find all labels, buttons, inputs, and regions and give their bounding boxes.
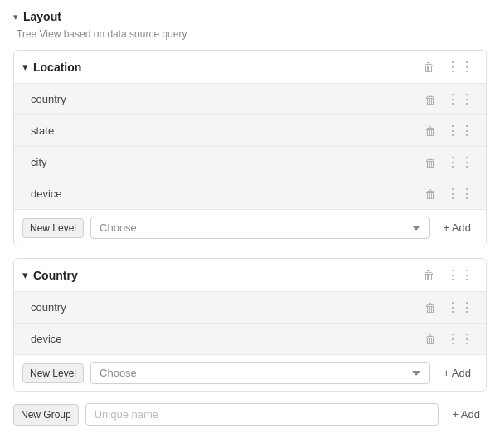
level-row-actions-state: 🗑 ⋮⋮ (421, 121, 478, 140)
device-1-trash-icon: 🗑 (425, 187, 436, 201)
new-group-row: New Group + Add (13, 403, 487, 426)
new-group-label: New Group (13, 404, 79, 426)
device-1-delete-button[interactable]: 🗑 (421, 186, 439, 202)
country-delete-button[interactable]: 🗑 (420, 267, 438, 284)
new-level-row-country: New Level Choose + Add (14, 354, 486, 391)
group-country-header-left: ▾ Country (22, 269, 78, 282)
level-label-city: city (31, 156, 421, 168)
city-trash-icon: 🗑 (425, 156, 436, 169)
state-drag-button[interactable]: ⋮⋮ (443, 121, 478, 140)
location-delete-button[interactable]: 🗑 (420, 59, 438, 75)
country-chevron[interactable]: ▾ (22, 269, 28, 281)
new-level-row-location: New Level Choose + Add (14, 209, 486, 246)
location-chevron[interactable]: ▾ (22, 61, 28, 73)
device-1-drag-icon: ⋮⋮ (446, 186, 474, 202)
location-drag-button[interactable]: ⋮⋮ (443, 57, 478, 76)
layout-title: Layout (23, 10, 61, 23)
device-2-trash-icon: 🗑 (425, 333, 436, 346)
country-2-drag-button[interactable]: ⋮⋮ (443, 298, 478, 317)
location-title: Location (33, 61, 81, 74)
location-trash-icon: 🗑 (423, 61, 434, 74)
country-1-trash-icon: 🗑 (425, 93, 436, 106)
level-row-device-1: device 🗑 ⋮⋮ (14, 178, 486, 209)
level-row-device-2: device 🗑 ⋮⋮ (14, 323, 486, 354)
device-2-delete-button[interactable]: 🗑 (421, 331, 439, 348)
level-label-state: state (31, 124, 421, 137)
country-drag-button[interactable]: ⋮⋮ (443, 265, 478, 285)
new-group-name-input[interactable] (85, 403, 439, 426)
level-label-device-1: device (31, 187, 421, 200)
country-1-drag-button[interactable]: ⋮⋮ (443, 90, 478, 109)
device-2-drag-icon: ⋮⋮ (446, 331, 474, 347)
level-row-actions-device-2: 🗑 ⋮⋮ (421, 329, 478, 348)
layout-chevron[interactable]: ▾ (13, 12, 18, 22)
group-location: ▾ Location 🗑 ⋮⋮ country 🗑 ⋮⋮ state (13, 50, 487, 246)
state-drag-icon: ⋮⋮ (446, 123, 474, 139)
group-location-header-left: ▾ Location (22, 61, 81, 74)
city-delete-button[interactable]: 🗑 (421, 154, 439, 171)
level-row-actions-city: 🗑 ⋮⋮ (421, 153, 478, 172)
country-2-trash-icon: 🗑 (425, 301, 436, 314)
group-country-header: ▾ Country 🗑 ⋮⋮ (14, 259, 486, 291)
new-level-label-country: New Level (22, 363, 84, 383)
level-row-state: state 🗑 ⋮⋮ (14, 114, 486, 146)
city-drag-icon: ⋮⋮ (446, 154, 474, 170)
country-2-drag-icon: ⋮⋮ (446, 299, 474, 315)
choose-select-country[interactable]: Choose (90, 362, 430, 384)
country-title: Country (33, 269, 78, 282)
level-label-country-2: country (31, 301, 421, 314)
location-drag-icon: ⋮⋮ (446, 59, 474, 75)
level-row-actions-1: 🗑 ⋮⋮ (421, 90, 478, 109)
level-row-country-1: country 🗑 ⋮⋮ (14, 83, 486, 114)
device-2-drag-button[interactable]: ⋮⋮ (443, 329, 478, 348)
new-level-label-location: New Level (22, 218, 84, 238)
level-row-city: city 🗑 ⋮⋮ (14, 146, 486, 178)
layout-subtitle: Tree View based on data source query (13, 28, 487, 40)
country-1-delete-button[interactable]: 🗑 (421, 91, 439, 108)
group-country-header-right: 🗑 ⋮⋮ (420, 265, 478, 285)
choose-select-location[interactable]: Choose (90, 217, 430, 239)
add-group-button[interactable]: + Add (445, 405, 487, 424)
state-delete-button[interactable]: 🗑 (421, 123, 439, 139)
level-row-country-2: country 🗑 ⋮⋮ (14, 291, 486, 323)
level-row-actions-device-1: 🗑 ⋮⋮ (421, 184, 478, 203)
device-1-drag-button[interactable]: ⋮⋮ (443, 184, 478, 203)
add-level-country-button[interactable]: + Add (436, 363, 478, 382)
level-label-device-2: device (31, 333, 421, 345)
level-label-country-1: country (31, 93, 421, 105)
country-drag-icon: ⋮⋮ (446, 267, 474, 283)
level-row-actions-country-2: 🗑 ⋮⋮ (421, 298, 478, 317)
group-location-header-right: 🗑 ⋮⋮ (420, 57, 478, 76)
group-location-header: ▾ Location 🗑 ⋮⋮ (14, 51, 486, 83)
group-country: ▾ Country 🗑 ⋮⋮ country 🗑 ⋮⋮ device (13, 258, 487, 392)
country-trash-icon: 🗑 (423, 269, 434, 282)
country-2-delete-button[interactable]: 🗑 (421, 299, 439, 316)
layout-header: ▾ Layout (13, 10, 487, 23)
city-drag-button[interactable]: ⋮⋮ (443, 153, 478, 172)
country-1-drag-icon: ⋮⋮ (446, 91, 474, 107)
add-level-location-button[interactable]: + Add (436, 218, 478, 237)
state-trash-icon: 🗑 (425, 124, 436, 138)
